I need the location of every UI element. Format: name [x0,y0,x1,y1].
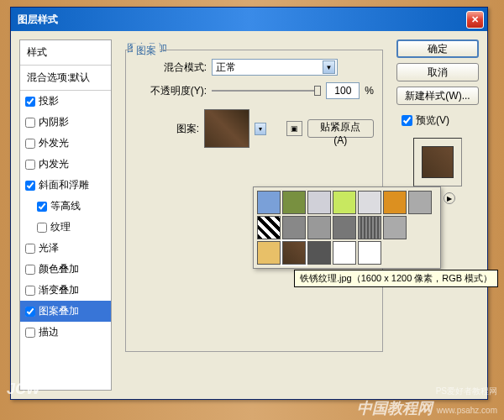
sidebar-item-2[interactable]: 外发光 [20,133,111,154]
sidebar-item-label: 等高线 [50,199,81,213]
opacity-row: 不透明度(Y): % [134,82,374,99]
styles-sidebar: 样式 混合选项:默认 投影内阴影外发光内发光斜面和浮雕等高线纹理光泽颜色叠加渐变… [19,39,112,391]
dialog-title: 图层样式 [18,13,58,27]
pattern-picker-popup: ▶ 铁锈纹理.jpg（1600 x 1200 像素，RGB 模式） [253,186,441,269]
main-panel: 图案叠加 图案 混合模式: 正常 ▼ 不透明度(Y): % [118,39,390,391]
sidebar-item-11[interactable]: 描边 [20,322,111,343]
sidebar-checkbox[interactable] [37,223,47,233]
pattern-cell[interactable] [307,241,331,265]
sidebar-item-label: 内阴影 [39,115,69,129]
blend-mode-label: 混合模式: [134,60,207,75]
cancel-button[interactable]: 取消 [396,63,479,81]
pattern-cell[interactable] [282,191,306,214]
pattern-cell[interactable] [307,191,331,214]
preview-box [413,138,462,186]
sidebar-checkbox[interactable] [37,202,47,212]
pattern-cell[interactable] [282,216,306,239]
watermark-left: JCW [7,381,40,418]
sidebar-item-7[interactable]: 光泽 [20,238,111,259]
fieldset-title: 图案 [133,44,160,58]
sidebar-checkbox[interactable] [25,97,35,107]
sidebar-item-4[interactable]: 斜面和浮雕 [20,175,111,196]
pattern-cell[interactable] [257,216,281,239]
preview-row: 预览(V) [396,113,479,128]
sidebar-item-label: 渐变叠加 [39,283,79,297]
layer-style-dialog: 图层样式 ✕ 样式 混合选项:默认 投影内阴影外发光内发光斜面和浮雕等高线纹理光… [10,7,488,400]
sidebar-checkbox[interactable] [25,307,35,317]
sidebar-checkbox[interactable] [25,286,35,296]
dialog-body: 样式 混合选项:默认 投影内阴影外发光内发光斜面和浮雕等高线纹理光泽颜色叠加渐变… [11,31,487,399]
watermark-sub1: PS爱好者教程网 [436,386,497,396]
pattern-cell[interactable] [408,191,432,214]
sidebar-item-label: 纹理 [50,220,71,234]
blend-mode-value: 正常 [216,60,236,75]
picker-menu-icon[interactable]: ▶ [444,192,455,204]
pattern-cell[interactable] [358,241,381,265]
pattern-cell[interactable] [282,241,306,265]
sidebar-item-5[interactable]: 等高线 [20,196,111,217]
opacity-slider[interactable] [212,90,321,92]
close-button[interactable]: ✕ [466,11,484,29]
sidebar-checkbox[interactable] [25,265,35,275]
sidebar-item-3[interactable]: 内发光 [20,154,111,175]
preview-checkbox[interactable] [402,115,412,126]
sidebar-checkbox[interactable] [25,139,35,149]
chevron-down-icon: ▼ [323,60,335,74]
slider-thumb[interactable] [314,86,321,96]
pattern-cell[interactable] [333,191,356,214]
sidebar-item-label: 光泽 [39,241,59,255]
sidebar-item-8[interactable]: 颜色叠加 [20,259,111,280]
sidebar-item-0[interactable]: 投影 [20,91,111,112]
blend-mode-row: 混合模式: 正常 ▼ [134,59,374,76]
sidebar-item-6[interactable]: 纹理 [20,217,111,238]
sidebar-checkbox[interactable] [25,118,35,128]
new-pattern-icon[interactable]: ▣ [286,121,302,136]
pattern-cell[interactable] [333,216,356,239]
pattern-grid [257,191,437,265]
sidebar-item-label: 投影 [39,94,59,108]
watermark-sub2: www.psahz.com [437,406,497,415]
pattern-cell[interactable] [307,216,331,239]
pattern-cell[interactable] [333,241,356,265]
watermark: JCW PS爱好者教程网 中国教程网 www.psahz.com [0,381,504,418]
sidebar-item-label: 内发光 [39,157,69,171]
watermark-right: 中国教程网 [357,400,433,417]
sidebar-item-label: 颜色叠加 [39,262,79,276]
sidebar-checkbox[interactable] [25,160,35,170]
snap-origin-button[interactable]: 贴紧原点(A) [307,119,374,138]
pattern-label: 图案: [134,122,199,136]
sidebar-checkbox[interactable] [25,328,35,338]
pattern-cell[interactable] [383,191,407,214]
new-style-button[interactable]: 新建样式(W)... [396,87,479,105]
titlebar: 图层样式 ✕ [11,8,487,31]
preview-inner [422,146,454,178]
sidebar-item-label: 外发光 [39,136,69,150]
pattern-row: 图案: ▾ ▣ 贴紧原点(A) [134,109,374,148]
sidebar-item-10[interactable]: 图案叠加 [20,301,111,322]
pattern-tooltip: 铁锈纹理.jpg（1600 x 1200 像素，RGB 模式） [294,270,498,287]
sidebar-checkbox[interactable] [25,244,35,254]
pattern-cell[interactable] [257,241,281,265]
pattern-cell[interactable] [383,216,407,239]
pattern-cell[interactable] [257,191,281,214]
sidebar-checkbox[interactable] [25,181,35,191]
sidebar-item-label: 图案叠加 [39,304,79,318]
sidebar-styles-header[interactable]: 样式 [20,40,111,66]
opacity-input[interactable] [326,82,360,99]
pattern-cell[interactable] [358,191,381,214]
sidebar-item-1[interactable]: 内阴影 [20,112,111,133]
pattern-swatch[interactable] [204,109,249,148]
opacity-label: 不透明度(Y): [134,84,207,98]
sidebar-item-9[interactable]: 渐变叠加 [20,280,111,301]
opacity-unit: % [365,85,374,97]
pattern-cell[interactable] [358,216,381,239]
sidebar-blend-header[interactable]: 混合选项:默认 [20,66,111,91]
blend-mode-combo[interactable]: 正常 ▼ [212,59,338,76]
sidebar-item-label: 描边 [39,325,59,339]
ok-button[interactable]: 确定 [396,39,479,58]
preview-label: 预览(V) [416,113,449,128]
pattern-dropdown-icon[interactable]: ▾ [255,123,266,135]
sidebar-item-label: 斜面和浮雕 [39,178,89,192]
